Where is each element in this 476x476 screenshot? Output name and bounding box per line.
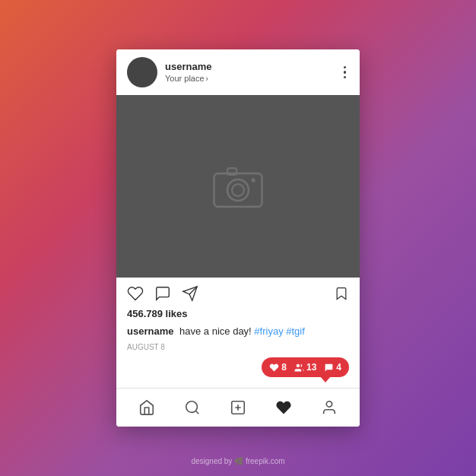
watermark: designed by 🌿 freepik.com (191, 457, 284, 465)
caption-username[interactable]: username (127, 325, 173, 337)
dot3 (344, 76, 347, 79)
hashtag2[interactable]: #tgif (286, 325, 305, 337)
post-header: username Your place › (116, 49, 360, 95)
svg-point-7 (297, 363, 300, 367)
post-image (116, 95, 360, 278)
svg-point-4 (252, 178, 255, 182)
svg-point-2 (232, 184, 244, 196)
save-button[interactable] (334, 286, 349, 301)
likes-count: 456.789 likes (116, 306, 360, 322)
share-button[interactable] (182, 285, 198, 302)
post-date: AUGUST 8 (116, 341, 360, 357)
nav-home[interactable] (132, 396, 161, 419)
left-actions (127, 285, 334, 302)
comment-button[interactable] (154, 285, 171, 302)
avatar[interactable] (127, 57, 157, 87)
notif-followers-count: 13 (306, 362, 316, 373)
hashtag1[interactable]: #friyay (254, 325, 283, 337)
notif-likes-count: 8 (281, 362, 287, 373)
action-bar (116, 278, 360, 306)
chevron-icon: › (206, 75, 208, 83)
nav-profile[interactable] (315, 396, 344, 419)
like-button[interactable] (127, 285, 144, 302)
svg-point-13 (326, 401, 332, 407)
dot2 (344, 71, 347, 74)
notif-likes: 8 (269, 362, 287, 373)
nav-heart[interactable] (269, 396, 298, 419)
bottom-nav (116, 388, 360, 427)
header-info: username Your place › (165, 61, 341, 83)
post-caption: username have a nice day! #friyay #tgif (116, 322, 360, 342)
more-options-button[interactable] (341, 63, 350, 82)
instagram-card: username Your place › (116, 49, 360, 427)
notification-area: 8 13 4 (116, 357, 360, 388)
dot1 (344, 66, 347, 69)
notif-followers: 13 (294, 362, 316, 373)
svg-point-8 (186, 401, 198, 413)
nav-search[interactable] (178, 396, 207, 419)
header-username[interactable]: username (165, 61, 341, 74)
notification-bubble: 8 13 4 (262, 357, 349, 377)
notif-comments: 4 (324, 362, 341, 373)
camera-icon (211, 158, 265, 214)
svg-line-9 (195, 411, 198, 414)
location-text: Your place (165, 74, 205, 83)
nav-add[interactable] (224, 396, 252, 419)
header-location[interactable]: Your place › (165, 74, 341, 83)
svg-point-1 (227, 179, 249, 201)
caption-text: have a nice day! (179, 325, 252, 337)
notif-comments-count: 4 (336, 362, 341, 373)
